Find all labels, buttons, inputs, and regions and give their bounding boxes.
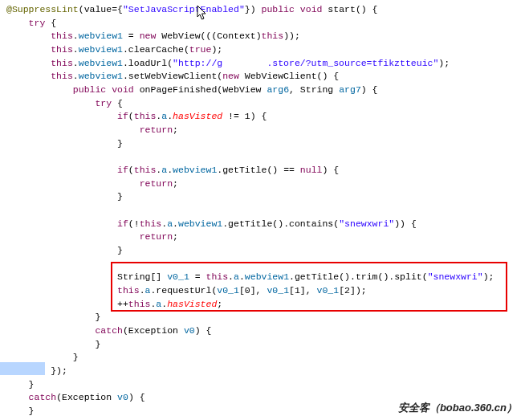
watermark: 安全客（bobao.360.cn） (398, 401, 517, 415)
line: @SuppressLint(value={"SetJavaScriptEnabl… (6, 4, 377, 14)
line: catch(Exception v0) { (6, 392, 145, 402)
line: if(this.a.hasVisted != 1) { (6, 111, 267, 121)
line: return; (6, 124, 178, 135)
line: this.webview1.clearCache(true); (6, 44, 222, 55)
line: } (6, 138, 123, 149)
line: this.a.requestUrl(v0_1[0], v0_1[1], v0_1… (6, 285, 367, 296)
line: catch(Exception v0) { (6, 325, 211, 336)
code-block: @SuppressLint(value={"SetJavaScriptEnabl… (0, 0, 525, 420)
line: try { (6, 98, 123, 108)
line: if(!this.a.webview1.getTitle().contains(… (6, 218, 417, 229)
line: ++this.a.hasVisted; (6, 299, 222, 309)
line: public void onPageFinished(WebView arg6,… (6, 84, 378, 95)
line: this.webview1 = new WebView(((Context)th… (6, 31, 300, 41)
line: }); (6, 365, 67, 376)
line: this.webview1.loadUrl("http://g .store/?… (6, 58, 450, 68)
line: return; (6, 231, 178, 242)
line: this.webview1.setWebViewClient(new WebVi… (6, 71, 339, 81)
line: } (6, 191, 123, 202)
line: } (6, 379, 35, 389)
line: if(this.a.webview1.getTitle() == null) { (6, 165, 339, 175)
line: return; (6, 178, 178, 189)
line: } (6, 406, 35, 416)
line: } (6, 339, 100, 349)
line: } (6, 352, 79, 362)
line: try { (6, 18, 56, 28)
line: String[] v0_1 = this.a.webview1.getTitle… (6, 271, 494, 282)
line: } (6, 312, 100, 322)
line: } (6, 245, 123, 255)
